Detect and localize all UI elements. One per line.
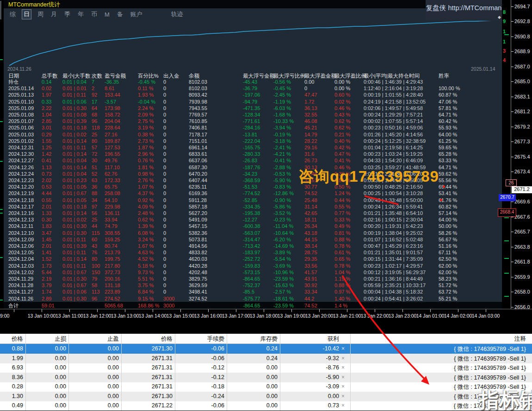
stats-row[interactable]: 2024.12.161.330.01 | 0.1456136.112.48 %0…	[4, 210, 502, 216]
stats-row[interactable]: 2024.11.271.740.01 | 0.06113223.896.84 %…	[4, 288, 502, 295]
order-row[interactable]: 0.280.000.002671.31-0.180.00-3.09×{ 微信 :…	[0, 382, 532, 392]
stats-cell-inout: 0	[163, 203, 166, 210]
stats-row[interactable]: 持仓0.140.01 | 0.047-36.35-0.45 %08102.03-…	[4, 79, 502, 85]
stats-cell-range: 0.01 | 0.04	[62, 157, 87, 164]
stats-row[interactable]: 2024.11.283.790.01 | 0.6758131.183.75 %0…	[4, 282, 502, 288]
stats-row[interactable]: 2024.12.172.010.01 | 0.1897229.984.09 %0…	[4, 203, 502, 210]
stats-cell-mfpp: 0.88 %	[334, 236, 350, 243]
menu-tab-币[interactable]: 币	[90, 10, 99, 19]
stats-cell-mdd: -752.37	[243, 282, 260, 288]
stats-row[interactable]: 2025.01.100.330.01 | 0.0617-3.57-0.04 %0…	[4, 98, 502, 105]
time-tick	[236, 309, 236, 312]
close-order-icon[interactable]: ×	[341, 383, 345, 390]
stats-row[interactable]: 2024.12.311.250.01 | 0.1157127.531.87 %0…	[4, 144, 502, 151]
menu-tab-备[interactable]: 备	[116, 10, 124, 19]
stats-row[interactable]: 2025.01.021.550.01 | 0.1480189.872.73 %0…	[4, 138, 502, 144]
stats-cell-mddp: -6.03 %	[273, 105, 291, 111]
stats-cell-date: 2024.12.05	[8, 249, 34, 256]
stats-cell-inout: 0	[163, 282, 166, 288]
stats-row[interactable]: 2024.12.051.410.01 | 0.1176213.794.63 %0…	[4, 249, 502, 256]
stats-cell-mddp: -5.90 %	[273, 177, 291, 184]
stats-cell-pct: 0.92 %	[138, 197, 154, 203]
order-row[interactable]: 1.990.000.002671.31-0.060.24-9.32×{ 微信 :…	[0, 354, 532, 363]
order-row[interactable]: 0.880.000.002671.30-0.060.24-10.42×{ 微信 …	[0, 344, 532, 354]
column-divider	[68, 334, 69, 411]
order-row[interactable]: 1.300.000.002671.30-0.240.000.00×{ 微信 : …	[0, 392, 532, 401]
menu-tab-综[interactable]: 综	[8, 10, 17, 19]
stats-cell-balance: 5627.20	[189, 210, 207, 216]
close-order-icon[interactable]: ×	[341, 393, 345, 399]
stats-cell-mdd: -12.27	[243, 216, 257, 223]
stats-cell-pnl: 372.73	[105, 269, 120, 276]
stats-row[interactable]: 2025.01.131.970.01 | 0.1192153.441.93 %0…	[4, 92, 502, 98]
price-tick	[511, 292, 513, 292]
stats-row[interactable]: 2025.01.081.040.01 | 0.0868158.722.09 %0…	[4, 111, 502, 118]
order-row[interactable]: 6.930.000.002671.31-0.120.00-8.76×{ 微信 :…	[0, 363, 532, 373]
close-order-icon[interactable]: ×	[341, 402, 345, 409]
stats-cell-mdd: -36.79	[243, 85, 257, 92]
column-divider	[25, 334, 26, 411]
close-order-icon[interactable]: ×	[341, 355, 345, 362]
stats-cell-mfpp: 0.00 %	[334, 79, 350, 85]
stats-row[interactable]: 2024.12.301.420.01 | 0.1472196.552.96 %0…	[4, 151, 502, 157]
stats-row[interactable]: 2025.01.092.220.01 | 0.3064173.982.24 %0…	[4, 105, 502, 111]
stats-cell-inout: 0	[163, 197, 166, 203]
stats-cell-balance: 5073.81	[189, 236, 207, 243]
stats-row[interactable]: 2024.12.130.300.01 | 0.022533.940.62 %05…	[4, 216, 502, 223]
menu-tab-M[interactable]: M	[103, 11, 111, 18]
stats-row[interactable]: 2025.01.030.290.01 | 0.022527.160.38 %07…	[4, 131, 502, 138]
menu-tab-账户[interactable]: 账户	[129, 10, 144, 19]
order-row[interactable]: 8.360.000.002671.31-0.120.00-5.90×{ 微信 :…	[0, 373, 532, 382]
menu-tab-日[interactable]: 日	[22, 9, 31, 19]
stats-row[interactable]: 2025.01.140.020.01 | 0.0128.610.11 %0810…	[4, 85, 502, 92]
stats-row[interactable]: 2024.12.031.730.01 | 0.11100217.805.18 %…	[4, 263, 502, 269]
stats-row[interactable]: 2025.01.072.850.01 | 0.3996204.042.75 %0…	[4, 118, 502, 124]
stats-cell-win: 60.82 %	[439, 203, 457, 210]
stats-cell-win: 100.00 %	[439, 85, 460, 92]
time-tick	[430, 309, 431, 312]
stats-cell-pnl: 74.79	[105, 223, 118, 229]
menu-tab-月[interactable]: 月	[49, 10, 58, 19]
stats-row[interactable]: 2024.12.180.550.01 | 0.053454.100.92 %05…	[4, 197, 502, 203]
stats-row[interactable]: 2024.12.062.010.01 | 0.394380.741.67 %04…	[4, 243, 502, 249]
stats-cell-count: 72	[92, 151, 97, 157]
time-tick	[264, 309, 264, 312]
stats-row[interactable]: 2025.01.063.010.01 | 0.18118228.643.19 %…	[4, 124, 502, 131]
time-tick	[402, 309, 403, 312]
stats-row[interactable]: 2024.11.292.190.01 | 0.3079200.165.51 %0…	[4, 276, 502, 282]
stats-cell-pct: 0.38 %	[138, 131, 154, 138]
stats-row[interactable]: 2024.12.111.830.01 | 0.304474.791.39 %05…	[4, 223, 502, 229]
close-order-icon[interactable]: ×	[341, 364, 345, 371]
stats-row[interactable]: 2024.12.103.470.01 | 0.30115308.556.08 %…	[4, 230, 502, 236]
order-cell-sl: 0.00	[11, 393, 66, 399]
stats-row[interactable]: 2024.11.262.890.01 | 0.3096274.529.15 %3…	[4, 295, 502, 302]
menu-tab-季[interactable]: 季	[63, 10, 72, 19]
stats-cell-pct: 2.48 %	[138, 210, 154, 216]
stats-cell-pct: 2.24 %	[138, 105, 154, 111]
close-order-icon[interactable]: ×	[341, 374, 345, 380]
menu-tab-周[interactable]: 周	[36, 10, 45, 19]
stats-row[interactable]: 2024.12.194.440.01 | 0.6788258.084.37 %0…	[4, 190, 502, 196]
stats-row[interactable]: 2024.12.041.520.01 | 0.1480199.754.52 %0…	[4, 256, 502, 262]
stats-cell-mddp: -2.41 %	[273, 144, 291, 151]
close-order-icon[interactable]: ×	[341, 345, 345, 352]
stats-cell-count: 92	[92, 92, 97, 98]
stats-total-mfpp: 1.4 %	[334, 302, 347, 309]
stats-cell-count: 118	[92, 124, 100, 131]
menu-tab-年[interactable]: 年	[76, 10, 85, 19]
stats-row[interactable]: 2024.12.091.450.01 | 0.1160159.253.24 %0…	[4, 236, 502, 243]
order-row[interactable]: 0.490.000.002671.22-0.060.000.73×{ 微信 : …	[0, 401, 532, 411]
stats-cell-date: 2024.12.23	[8, 177, 34, 184]
stats-cell-mddp: -6.20 %	[273, 236, 291, 243]
menu-tab-trace[interactable]: 轨迹	[170, 10, 185, 19]
stats-row[interactable]: 2024.12.025.440.01 | 0.67150372.739.73 %…	[4, 269, 502, 276]
stats-cell-mfp: 32.55	[304, 111, 317, 118]
order-cell-profit: 0.00	[284, 393, 339, 399]
order-cell-comm: -0.18	[169, 383, 224, 390]
orders-col-header: 手续费	[169, 335, 224, 343]
order-cell-tp: 0.00	[63, 374, 119, 380]
stats-row[interactable]: 2024.12.270.410.01 | 0.043049.760.76 %06…	[4, 157, 502, 164]
stats-cell-lots: 0.41	[42, 157, 51, 164]
stats-cell-lots: 1.04	[42, 111, 51, 118]
stats-cell-time: 0:00:25 | 1:00:54 | 3:10:28	[364, 190, 423, 196]
